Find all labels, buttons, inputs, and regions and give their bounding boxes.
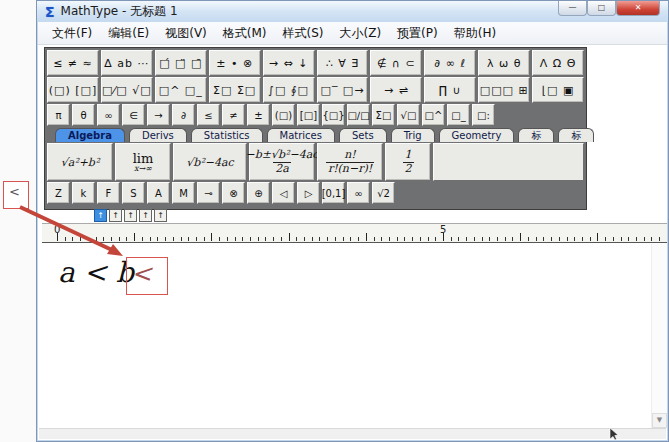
letter-symbol-button[interactable]: F	[97, 182, 120, 204]
template-palette-button[interactable]: ∫□ ∮□	[263, 77, 315, 103]
menu-bar: 文件(F)编辑(E)视图(V)格式(M)样式(S)大小(Z)预置(P)帮助(H)	[38, 22, 667, 45]
small-symbol-button[interactable]: ∂	[172, 104, 195, 126]
small-symbol-button[interactable]: ±	[247, 104, 270, 126]
toolbar-tab[interactable]: 标签 9	[558, 128, 594, 142]
small-symbol-button[interactable]: [□]	[297, 104, 320, 126]
symbol-palette-button[interactable]: ≤ ≠ ≈	[47, 50, 99, 76]
small-symbol-button[interactable]: ∞	[97, 104, 120, 126]
letter-symbol-button[interactable]: ⊸	[197, 182, 220, 204]
small-symbol-button[interactable]: □_	[447, 104, 470, 126]
ruler-major-ticks	[57, 233, 665, 241]
menu-item[interactable]: 样式(S)	[275, 23, 332, 44]
template-palette-button[interactable]: Σ□ Σ□	[209, 77, 261, 103]
menu-item[interactable]: 视图(V)	[157, 23, 215, 44]
menu-item[interactable]: 预置(P)	[389, 23, 446, 44]
letter-symbol-button[interactable]: ▷	[297, 182, 320, 204]
template-palette-button[interactable]: □□□ ⊞	[478, 77, 530, 103]
close-button[interactable]: ✕	[616, 1, 660, 16]
ruler: 0 5	[42, 223, 667, 243]
small-symbol-button[interactable]: ∈	[122, 104, 145, 126]
dock-arrow-button[interactable]: ↑	[94, 209, 107, 222]
letter-symbol-button[interactable]: M	[172, 182, 195, 204]
symbol-palette-button[interactable]: → ⇔ ↓	[263, 50, 315, 76]
symbol-palette-button[interactable]: ± • ⊗	[209, 50, 261, 76]
letter-symbol-button[interactable]: S	[122, 182, 145, 204]
toolbar-tab[interactable]: Geometry	[439, 128, 515, 142]
menu-item[interactable]: 文件(F)	[44, 23, 100, 44]
symbol-palette-button[interactable]: ∆ ab ⋯	[101, 50, 153, 76]
toolbar-tab[interactable]: Matrices	[267, 128, 335, 142]
small-symbol-button[interactable]: →	[147, 104, 170, 126]
letter-symbol-button[interactable]: [0,1]	[322, 182, 345, 204]
toolbar-tab[interactable]: Algebra	[55, 128, 125, 142]
letter-symbol-button[interactable]: ◁	[272, 182, 295, 204]
template-discriminant[interactable]: √b²−4ac	[173, 143, 247, 181]
template-sqrt-a2-b2[interactable]: √a²+b²	[47, 143, 113, 181]
template-palette-button[interactable]: (□) [□]	[47, 77, 99, 103]
small-symbol-button[interactable]: θ	[72, 104, 95, 126]
template-limit[interactable]: lim x→∞	[115, 143, 171, 181]
window-content: ≤ ≠ ≈∆ ab ⋯□́ □̈ □̄± • ⊗→ ⇔ ↓∴ ∀ ∃∉ ∩ ⊂∂…	[38, 45, 667, 440]
menu-item[interactable]: 编辑(E)	[100, 23, 157, 44]
small-symbol-button[interactable]: □^	[422, 104, 445, 126]
menu-item[interactable]: 帮助(H)	[446, 23, 504, 44]
toolbar-panel: ≤ ≠ ≈∆ ab ⋯□́ □̈ □̄± • ⊗→ ⇔ ↓∴ ∀ ∃∉ ∩ ⊂∂…	[44, 47, 587, 210]
letter-symbol-button[interactable]: √2	[372, 182, 395, 204]
limit-top: lim	[133, 152, 154, 165]
small-symbol-button[interactable]: □∕□	[347, 104, 370, 126]
toolbar-tab[interactable]: 标签 8	[518, 128, 554, 142]
template-one-half[interactable]: 1 2	[385, 143, 431, 181]
dock-arrow-button[interactable]: ↑	[154, 209, 167, 222]
dock-arrow-button[interactable]: ↑	[139, 209, 152, 222]
scroll-down-arrow-icon[interactable]: ▼	[652, 413, 667, 428]
small-symbol-button[interactable]: □:	[472, 104, 495, 126]
symbol-palette-button[interactable]: ∉ ∩ ⊂	[370, 50, 422, 76]
ruler-label-5: 5	[440, 224, 446, 235]
letter-symbol-button[interactable]: Z	[47, 182, 70, 204]
small-symbol-button[interactable]: Σ□	[372, 104, 395, 126]
numerator: −b±√b²−4ac	[246, 149, 319, 162]
equation-canvas[interactable]: a < b < ▼	[40, 244, 667, 428]
symbol-palette-button[interactable]: □́ □̈ □̄	[155, 50, 207, 76]
fraction: 1 2	[403, 149, 414, 175]
small-symbol-button[interactable]: ≠	[222, 104, 245, 126]
toolbar-tab[interactable]: Sets	[339, 128, 387, 142]
insertion-slot-box[interactable]: <	[126, 257, 168, 295]
template-palette-button[interactable]: □^ □_	[155, 77, 207, 103]
letter-symbol-button[interactable]: k	[72, 182, 95, 204]
small-symbol-button[interactable]: π	[47, 104, 70, 126]
template-palette-button[interactable]: → ⇌	[370, 77, 422, 103]
denominator: 2a	[273, 162, 291, 176]
symbol-palette-button[interactable]: ∴ ∀ ∃	[317, 50, 369, 76]
small-symbol-button[interactable]: ≤	[197, 104, 220, 126]
numerator: n!	[344, 149, 356, 162]
dock-arrow-button[interactable]: ↑	[109, 209, 122, 222]
toolbar-tab[interactable]: Derivs	[129, 128, 187, 142]
symbol-palette-button[interactable]: ∂ ∞ ℓ	[424, 50, 476, 76]
template-palette-button[interactable]: ⌊□ ▣	[532, 77, 584, 103]
letter-symbol-button[interactable]: ⊕	[247, 182, 270, 204]
menu-item[interactable]: 大小(Z)	[332, 23, 390, 44]
letter-symbol-button[interactable]: ∞	[347, 182, 370, 204]
maximize-button[interactable]: □	[587, 1, 616, 16]
toolbar-tab[interactable]: Trig	[391, 128, 435, 142]
menu-item[interactable]: 格式(M)	[215, 23, 275, 44]
letter-symbol-button[interactable]: A	[147, 182, 170, 204]
template-combination[interactable]: n! r!(n−r)!	[317, 143, 383, 181]
dock-arrow-button[interactable]: ↑	[124, 209, 137, 222]
template-palette-button[interactable]: ∏ ∪	[424, 77, 476, 103]
letter-symbol-button[interactable]: ⊗	[222, 182, 245, 204]
toolbar-filler	[433, 143, 584, 181]
template-palette-button[interactable]: □‾ □→	[317, 77, 369, 103]
vertical-scrollbar[interactable]: ▼	[651, 244, 667, 428]
small-symbol-button[interactable]: (□)	[272, 104, 295, 126]
small-symbol-button[interactable]: √□	[397, 104, 420, 126]
mathtype-window: Σ MathType - 无标题 1 — □ ✕ 文件(F)编辑(E)视图(V)…	[36, 0, 669, 442]
symbol-palette-button[interactable]: λ ω θ	[478, 50, 530, 76]
small-symbol-button[interactable]: {□}	[322, 104, 345, 126]
template-quadratic-formula[interactable]: −b±√b²−4ac 2a	[249, 143, 315, 181]
template-palette-button[interactable]: □⁄□ √□	[101, 77, 153, 103]
symbol-palette-button[interactable]: Λ Ω Θ	[532, 50, 584, 76]
minimize-button[interactable]: —	[558, 1, 587, 16]
toolbar-tab[interactable]: Statistics	[191, 128, 263, 142]
